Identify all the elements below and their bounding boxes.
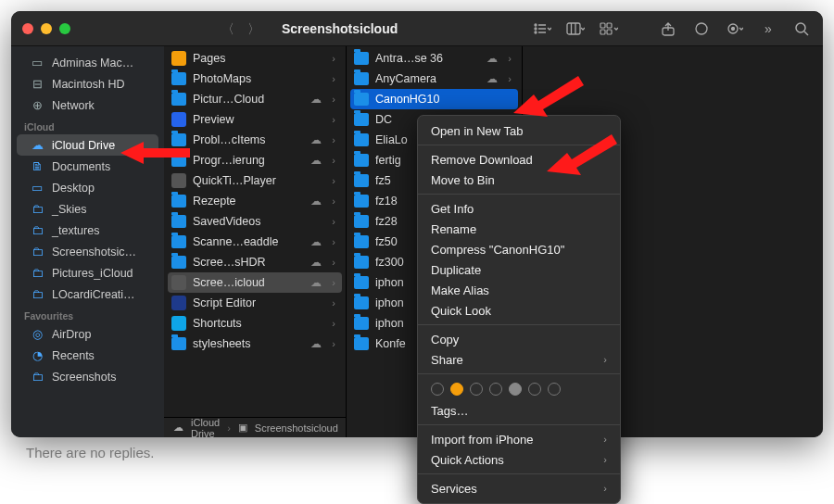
ctx-tag-colors[interactable] (418, 378, 620, 400)
minimize-window-button[interactable] (41, 23, 52, 34)
tag-orange[interactable] (450, 383, 463, 396)
globe-icon: ⊕ (30, 98, 44, 113)
item-script-editor[interactable]: Script Editor› (164, 293, 346, 313)
sidebar-item-screenshots[interactable]: 🗀Screenshots (17, 366, 158, 387)
tag-circle[interactable] (470, 383, 483, 396)
no-replies-text: There are no replies. (26, 445, 154, 460)
annotation-arrow-3 (547, 134, 621, 181)
view-columns-icon[interactable] (565, 22, 586, 35)
tag-circle[interactable] (548, 383, 561, 396)
chevron-right-icon: › (329, 134, 338, 145)
cloud-download-icon: ☁ (310, 256, 322, 269)
sidebar-item-pictures-icloud[interactable]: 🗀Pictures_iCloud (17, 262, 158, 284)
sidebar-item-adminas-mac[interactable]: ▭Adminas Mac… (17, 52, 158, 73)
app-icon (171, 316, 186, 331)
folder-icon (171, 215, 186, 228)
item-pictures-cloud[interactable]: Pictur…Cloud☁› (164, 89, 346, 109)
sidebar-item-textures[interactable]: 🗀_textures (17, 220, 158, 241)
ctx-compress[interactable]: Compress "CanonHG10" (418, 239, 620, 259)
item-pages[interactable]: Pages› (164, 48, 346, 69)
svg-rect-9 (600, 23, 605, 28)
sidebar-item-locardicreati[interactable]: 🗀LOcardiCreati… (17, 284, 158, 305)
titlebar: 〈 〉 Screenshotsicloud » (11, 11, 823, 46)
sidebar-label: Network (52, 99, 95, 112)
share-icon[interactable] (658, 21, 678, 36)
folder-icon (354, 195, 369, 208)
folder-icon (171, 72, 186, 85)
item-savedvideos[interactable]: SavedVideos› (164, 211, 346, 232)
app-icon (171, 296, 186, 310)
back-button[interactable]: 〈 (217, 18, 239, 40)
item-rezepte[interactable]: Rezepte☁› (164, 191, 346, 211)
forward-button[interactable]: 〉 (243, 18, 265, 40)
more-icon[interactable]: » (758, 22, 778, 35)
ctx-tags[interactable]: Tags… (418, 400, 620, 421)
close-window-button[interactable] (22, 23, 33, 34)
sidebar-item-network[interactable]: ⊕Network (17, 94, 158, 116)
ctx-make-alias[interactable]: Make Alias (418, 280, 620, 300)
item-shortcuts[interactable]: Shortcuts› (164, 313, 346, 334)
chevron-right-icon: › (329, 175, 338, 186)
ctx-copy[interactable]: Copy (418, 329, 620, 349)
action-icon[interactable] (725, 21, 745, 36)
sidebar-label: _Skies (52, 203, 87, 216)
ctx-quick-actions[interactable]: Quick Actions› (418, 449, 620, 470)
tag-circle[interactable] (489, 383, 502, 396)
sidebar-label: LOcardiCreati… (52, 288, 135, 301)
search-icon[interactable] (791, 21, 812, 36)
sidebar-item-macintosh-hd[interactable]: ⊟Macintosh HD (17, 73, 158, 94)
chevron-right-icon: › (329, 318, 338, 329)
chevron-right-icon: › (329, 257, 338, 268)
app-icon (171, 112, 186, 127)
path-bar[interactable]: ☁ iCloud Drive › ▣ Screenshotsicloud (164, 417, 346, 437)
sidebar-item-skies[interactable]: 🗀_Skies (17, 198, 158, 220)
ctx-services[interactable]: Services› (418, 478, 620, 498)
folder-icon: 🗀 (30, 223, 44, 238)
sidebar-label: AirDrop (52, 328, 91, 341)
sidebar-item-recents[interactable]: ◔Recents (17, 345, 158, 366)
tag-circle[interactable] (528, 383, 541, 396)
folder-icon: 🗀 (30, 370, 44, 384)
tag-none[interactable] (431, 383, 444, 396)
cloud-download-icon: ☁ (310, 337, 322, 350)
sidebar-label: Macintosh HD (52, 78, 125, 91)
item-screenshotshdr[interactable]: Scree…sHDR☁› (164, 252, 346, 272)
item-scanner-readdle[interactable]: Scanne…eaddle☁› (164, 232, 346, 252)
sidebar-section-favourites: Favourites (11, 305, 164, 323)
item-anycamera[interactable]: AnyCamera☁› (347, 69, 522, 89)
item-screenshotsicloud[interactable]: Scree…icloud☁› (168, 272, 342, 293)
sidebar-label: Adminas Mac… (52, 57, 133, 69)
sidebar-label: iCloud Drive (52, 139, 115, 152)
item-stylesheets[interactable]: stylesheets☁› (164, 334, 346, 354)
path-segment[interactable]: iCloud Drive (191, 417, 220, 438)
ctx-duplicate[interactable]: Duplicate (418, 259, 620, 280)
sidebar-section-icloud: iCloud (11, 116, 164, 134)
svg-point-14 (696, 23, 707, 34)
item-preview[interactable]: Preview› (164, 109, 346, 130)
ctx-rename[interactable]: Rename (418, 219, 620, 239)
item-photomaps[interactable]: PhotoMaps› (164, 69, 346, 89)
folder-icon: 🗀 (30, 202, 44, 217)
sidebar-item-desktop[interactable]: ▭Desktop (17, 177, 158, 198)
group-icon[interactable] (599, 22, 619, 35)
tag-icon[interactable] (691, 21, 712, 36)
item-canonhg10[interactable]: CanonHG10 (350, 89, 518, 109)
sidebar-item-screenshotsicloud[interactable]: 🗀Screenshotsic… (17, 241, 158, 262)
ctx-get-info[interactable]: Get Info (418, 198, 620, 219)
path-segment[interactable]: Screenshotsicloud (255, 422, 338, 434)
ctx-quick-look[interactable]: Quick Look (418, 300, 620, 321)
disk-icon: ⊟ (30, 77, 44, 92)
folder-icon (354, 72, 369, 85)
cloud-download-icon: ☁ (310, 93, 322, 106)
chevron-right-icon: › (329, 297, 338, 309)
zoom-window-button[interactable] (59, 23, 70, 34)
cloud-download-icon: ☁ (310, 235, 322, 248)
folder-icon (354, 256, 369, 269)
tag-gray[interactable] (509, 383, 522, 396)
view-list-icon[interactable] (532, 22, 552, 35)
ctx-share[interactable]: Share› (418, 349, 620, 370)
traffic-lights[interactable] (22, 23, 70, 34)
item-antrasse36[interactable]: Antra…se 36☁› (347, 48, 522, 69)
sidebar-item-airdrop[interactable]: ◎AirDrop (17, 323, 158, 345)
ctx-import-iphone[interactable]: Import from iPhone› (418, 429, 620, 449)
